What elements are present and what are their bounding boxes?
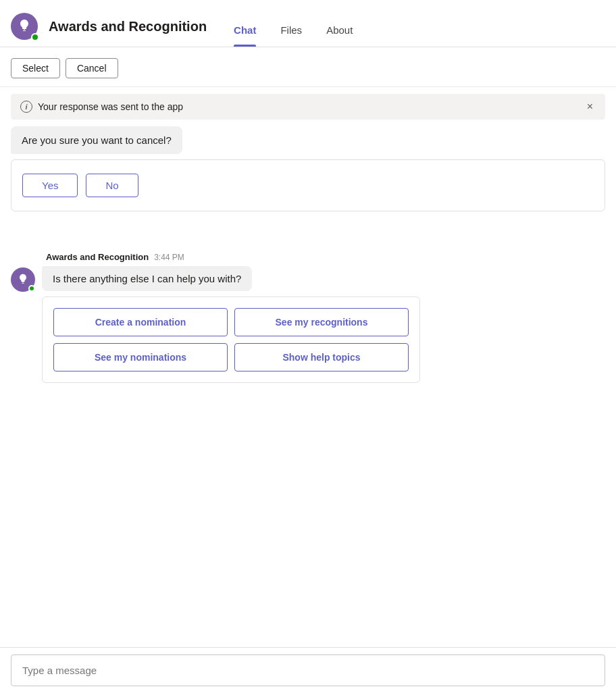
message-row: Is there anything else I can help you wi… bbox=[11, 266, 605, 383]
cancel-confirm: Are you sure you want to cancel? bbox=[11, 126, 605, 154]
yes-no-box: Yes No bbox=[11, 159, 605, 211]
old-button-row: Select Cancel bbox=[11, 53, 605, 86]
app-header: Awards and Recognition Chat Files About bbox=[0, 0, 616, 47]
info-icon: i bbox=[20, 101, 32, 113]
online-indicator bbox=[31, 33, 39, 41]
bot-online-dot bbox=[28, 285, 35, 292]
old-message-section: Select Cancel bbox=[0, 47, 616, 87]
message-meta: Awards and Recognition 3:44 PM bbox=[11, 252, 605, 262]
new-message-section: Awards and Recognition 3:44 PM Is there … bbox=[0, 252, 616, 383]
header-nav: Chat Files About bbox=[223, 7, 363, 47]
see-nominations-button[interactable]: See my nominations bbox=[53, 343, 228, 371]
create-nomination-button[interactable]: Create a nomination bbox=[53, 308, 228, 336]
message-input[interactable] bbox=[11, 654, 605, 686]
app-logo bbox=[11, 13, 39, 41]
message-input-area bbox=[0, 647, 616, 693]
message-content: Is there anything else I can help you wi… bbox=[42, 266, 605, 383]
see-recognitions-button[interactable]: See my recognitions bbox=[234, 308, 409, 336]
cancel-button-old[interactable]: Cancel bbox=[66, 58, 118, 78]
select-button[interactable]: Select bbox=[11, 58, 60, 78]
info-banner: i Your response was sent to the app × bbox=[11, 94, 605, 120]
tab-files[interactable]: Files bbox=[270, 7, 313, 47]
app-title: Awards and Recognition bbox=[49, 19, 207, 34]
show-help-topics-button[interactable]: Show help topics bbox=[234, 343, 409, 371]
sender-name: Awards and Recognition bbox=[46, 252, 149, 262]
close-banner-button[interactable]: × bbox=[584, 101, 596, 113]
message-bubble: Is there anything else I can help you wi… bbox=[42, 266, 252, 291]
info-banner-left: i Your response was sent to the app bbox=[20, 101, 183, 113]
tab-about[interactable]: About bbox=[315, 7, 363, 47]
bot-avatar bbox=[11, 267, 35, 292]
chat-area: Select Cancel i Your response was sent t… bbox=[0, 47, 616, 642]
action-card: Create a nomination See my recognitions … bbox=[42, 297, 420, 383]
bot-logo-icon bbox=[16, 273, 30, 286]
no-button[interactable]: No bbox=[86, 174, 138, 197]
award-icon bbox=[16, 18, 32, 34]
cancel-question-bubble: Are you sure you want to cancel? bbox=[11, 126, 182, 154]
spacer bbox=[0, 225, 616, 252]
info-text: Your response was sent to the app bbox=[38, 101, 183, 112]
message-time: 3:44 PM bbox=[154, 253, 184, 262]
yes-button[interactable]: Yes bbox=[22, 174, 78, 197]
tab-chat[interactable]: Chat bbox=[223, 7, 267, 47]
